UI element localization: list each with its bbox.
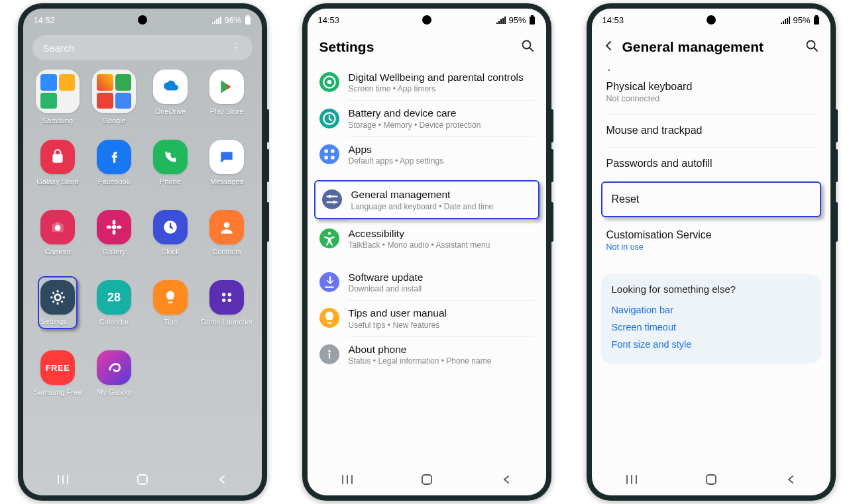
suggestion-link[interactable]: Navigation bar [612, 301, 811, 319]
svg-point-32 [327, 80, 331, 85]
app-label: Play Store [210, 107, 244, 116]
nav-home[interactable] [414, 474, 440, 488]
search-placeholder: Search [43, 42, 75, 54]
app-label: Clock [161, 248, 180, 256]
apps-icon [319, 144, 339, 164]
page-title: Settings [319, 39, 374, 55]
settings-item-accessibility[interactable]: Accessibility TalkBack • Mono audio • As… [310, 221, 543, 256]
svg-line-50 [814, 48, 817, 52]
svg-rect-28 [531, 15, 534, 17]
settings-item-battery-and-device-care[interactable]: Battery and device care Storage • Memory… [310, 100, 543, 136]
phone-settings: 14:53 95% Settings Digital Wellbeing and… [302, 3, 551, 501]
signal-icon [212, 17, 221, 24]
gear-icon [40, 280, 75, 315]
search-icon[interactable] [805, 39, 819, 55]
svg-rect-0 [245, 17, 251, 25]
svg-line-30 [530, 48, 533, 52]
item-title: Software update [349, 271, 534, 283]
folder-icon [92, 70, 136, 113]
app-camera[interactable]: Camera [31, 210, 84, 280]
settings-item-tips-and-user-manual[interactable]: Tips and user manual Useful tips • New f… [310, 300, 543, 336]
app-onedrive[interactable]: OneDrive [144, 70, 197, 140]
gm-item-reset[interactable]: Reset [601, 181, 821, 217]
app-label: My Galaxy [97, 388, 131, 397]
svg-point-41 [332, 201, 335, 204]
app-tips[interactable]: Tips [144, 280, 197, 350]
gm-item-customisation-service[interactable]: Customisation ServiceNot in use [595, 219, 828, 262]
svg-rect-48 [815, 15, 818, 17]
fb-icon [97, 140, 131, 174]
app-contacts[interactable]: Contacts [200, 210, 253, 280]
svg-point-13 [55, 295, 61, 301]
svg-point-7 [113, 220, 116, 225]
suggestion-link[interactable]: Screen timeout [612, 319, 811, 336]
settings-item-apps[interactable]: Apps Default apps • App settings [310, 136, 543, 172]
app-samsung[interactable]: Samsung [31, 70, 84, 140]
cal-icon: 28 [97, 280, 131, 315]
app-clock[interactable]: Clock [144, 210, 197, 280]
app-settings[interactable]: Settings [31, 280, 84, 350]
play-icon [209, 70, 244, 104]
app-messages[interactable]: Messages [200, 140, 253, 210]
app-label: Calendar [99, 318, 129, 327]
back-icon[interactable] [604, 40, 613, 54]
search-bar[interactable]: Search ⋮ [32, 35, 253, 60]
nav-back[interactable] [777, 475, 804, 487]
svg-point-23 [228, 293, 231, 296]
item-title: Accessibility [349, 227, 534, 240]
app-calendar[interactable]: 28Calendar [87, 280, 141, 350]
svg-rect-46 [422, 475, 431, 484]
app-label: Gallery [103, 248, 126, 256]
settings-header: Settings [308, 31, 546, 64]
app-gallery[interactable]: Gallery [87, 210, 141, 280]
app-label: Samsung [42, 117, 73, 125]
svg-rect-2 [52, 154, 62, 163]
nav-home[interactable] [129, 474, 156, 488]
more-icon[interactable]: ⋮ [231, 42, 242, 53]
nav-back[interactable] [209, 475, 235, 487]
signal-icon [496, 17, 506, 24]
nav-back[interactable] [493, 475, 520, 487]
item-subtitle: Language and keyboard • Date and time [351, 202, 532, 211]
item-title: About phone [349, 343, 534, 356]
sliders-icon [322, 189, 342, 209]
settings-item-general-management[interactable]: General management Language and keyboard… [314, 180, 540, 219]
nav-recents[interactable] [50, 475, 76, 487]
app-game-launcher[interactable]: Game Launcher [200, 280, 253, 350]
onedrive-icon [153, 70, 188, 104]
gm-item-passwords-and-autofill[interactable]: Passwords and autofill [595, 147, 828, 180]
app-google[interactable]: Google [87, 70, 141, 140]
signal-icon [781, 17, 790, 24]
app-label: Facebook [98, 177, 130, 186]
suggestions-title: Looking for something else? [612, 283, 811, 295]
app-label: OneDrive [155, 107, 186, 116]
app-phone[interactable]: Phone [144, 140, 197, 210]
nav-recents[interactable] [334, 475, 361, 487]
camera-icon [40, 210, 75, 244]
nav-recents[interactable] [618, 475, 645, 487]
suggestions-box: Looking for something else?Navigation ba… [601, 274, 821, 364]
svg-rect-51 [707, 475, 716, 484]
search-icon[interactable] [521, 39, 534, 55]
settings-item-digital-wellbeing-and-parental-controls[interactable]: Digital Wellbeing and parental controls … [310, 64, 543, 100]
contact-icon [209, 210, 244, 244]
gm-item-mouse-and-trackpad[interactable]: Mouse and trackpad [595, 114, 828, 147]
settings-item-about-phone[interactable]: About phone Status • Legal information •… [310, 336, 543, 372]
app-label: Galaxy Store [36, 177, 79, 186]
page-title: General management [622, 39, 764, 55]
app-play-store[interactable]: Play Store [200, 70, 253, 140]
nav-bar [308, 466, 546, 495]
nav-home[interactable] [698, 474, 724, 488]
item-title: Customisation Service [606, 229, 816, 241]
gm-header: General management [592, 31, 830, 64]
app-facebook[interactable]: Facebook [87, 140, 141, 210]
svg-rect-1 [247, 15, 249, 17]
suggestion-link[interactable]: Font size and style [612, 336, 811, 353]
gm-item-physical-keyboard[interactable]: Physical keyboardNot connected [595, 70, 828, 114]
svg-point-44 [328, 350, 330, 352]
settings-item-software-update[interactable]: Software update Download and install [310, 264, 543, 300]
svg-point-12 [224, 222, 230, 228]
app-samsung-free[interactable]: FREESamsung Free [31, 350, 84, 421]
app-galaxy-store[interactable]: Galaxy Store [31, 140, 84, 210]
app-my-galaxy[interactable]: My Galaxy [87, 350, 141, 421]
